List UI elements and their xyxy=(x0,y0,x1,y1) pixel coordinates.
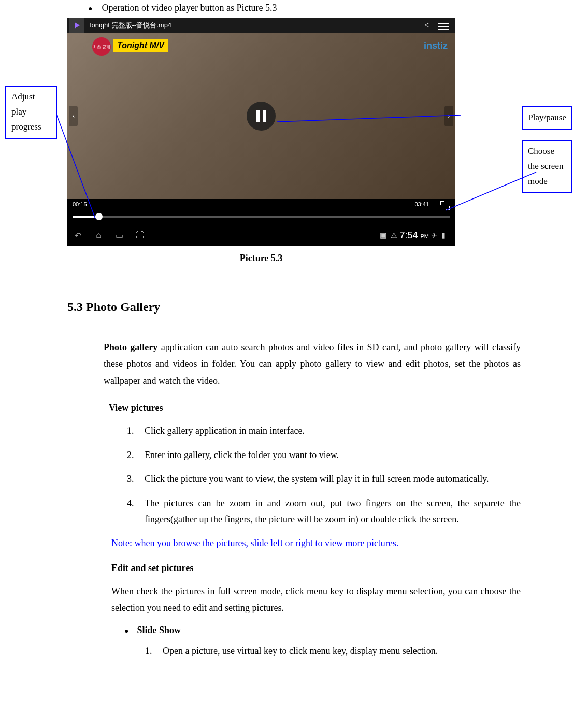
video-frame: 최초 공개 Tonight M/V instiz ‹ › xyxy=(67,33,455,199)
total-time: 03:41 xyxy=(414,201,429,207)
view-pictures-steps: 1.Click gallery application in main inte… xyxy=(127,423,521,527)
app-icon xyxy=(69,18,84,33)
intro-text: Operation of video player button as Pict… xyxy=(102,3,277,13)
status-time: 7:54 PM xyxy=(399,230,429,241)
progress-thumb[interactable] xyxy=(95,213,103,220)
progress-area: 00:15 03:41 xyxy=(67,199,455,225)
premiere-badge: 최초 공개 xyxy=(92,37,111,56)
menu-icon[interactable] xyxy=(438,22,449,29)
list-item: 4.The pictures can be zoom in and zoom o… xyxy=(127,495,521,527)
slide-show-steps: 1.Open a picture, use virtual key to cli… xyxy=(145,643,521,659)
elapsed-time: 00:15 xyxy=(73,201,87,207)
gallery-status-icon: ▣ xyxy=(380,231,386,240)
pause-icon xyxy=(256,110,266,122)
list-item: 2.Enter into gallery, click the folder y… xyxy=(127,447,521,463)
recent-icon[interactable]: ▭ xyxy=(109,231,130,240)
fullscreen-icon[interactable] xyxy=(440,201,450,210)
home-icon[interactable]: ⌂ xyxy=(88,231,109,240)
list-item: 1.Click gallery application in main inte… xyxy=(127,423,521,439)
edit-pictures-heading: Edit and set pictures xyxy=(111,563,588,574)
view-pictures-heading: View pictures xyxy=(109,403,588,414)
gallery-paragraph-lead: Photo gallery xyxy=(104,342,157,352)
annotation-screen-mode: Choose the screen mode xyxy=(522,140,572,193)
android-navbar: ↶ ⌂ ▭ ⛶ ▣ ⚠ 7:54 PM ✈ ▮ xyxy=(67,225,455,246)
play-pause-button[interactable] xyxy=(247,102,276,131)
list-item: 1.Open a picture, use virtual key to cli… xyxy=(145,643,521,659)
brand-watermark: instiz xyxy=(424,40,448,51)
screenshot-icon[interactable]: ⛶ xyxy=(130,231,150,240)
warning-icon: ⚠ xyxy=(391,231,397,240)
video-player-screenshot: Tonight 完整版--音悦台.mp4 < 최초 공개 Tonight M/V… xyxy=(67,18,455,246)
battery-icon: ▮ xyxy=(441,231,446,240)
figure-caption: Picture 5.3 xyxy=(67,253,455,264)
chevron-left-icon[interactable]: ‹ xyxy=(69,106,78,126)
video-overlay-label: Tonight M/V xyxy=(113,39,168,52)
airplane-icon: ✈ xyxy=(431,231,437,240)
note-text: Note: when you browse the pictures, slid… xyxy=(111,535,521,551)
section-heading: 5.3 Photo Gallery xyxy=(67,300,588,314)
video-title: Tonight 完整版--音悦台.mp4 xyxy=(88,21,171,30)
edit-paragraph: When check the pictures in full screen m… xyxy=(111,583,521,617)
bullet-icon: ● xyxy=(124,627,128,635)
back-icon[interactable]: ↶ xyxy=(67,231,88,240)
progress-track[interactable] xyxy=(73,216,450,218)
annotation-play-pause: Play/pause xyxy=(522,106,572,130)
annotation-adjust-progress: Adjust play progress xyxy=(5,86,57,139)
bullet-icon: ● xyxy=(88,5,92,13)
list-item: 3.Click the picture you want to view, th… xyxy=(127,471,521,487)
chevron-right-icon[interactable]: › xyxy=(444,106,453,126)
slide-show-heading: Slide Show xyxy=(137,625,181,636)
gallery-paragraph: Photo gallery application can auto searc… xyxy=(104,339,521,389)
player-topbar: Tonight 完整版--音悦台.mp4 < xyxy=(67,18,455,33)
share-icon[interactable]: < xyxy=(424,21,429,30)
